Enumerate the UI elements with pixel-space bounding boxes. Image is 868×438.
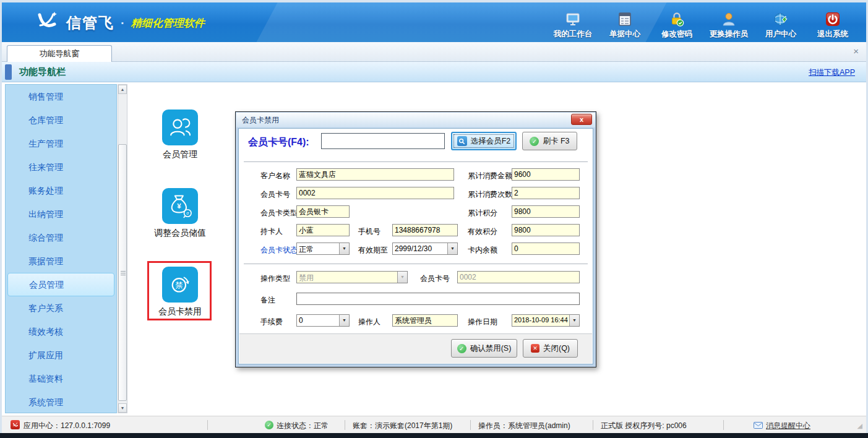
scrollbar-thumb[interactable] [118, 144, 127, 401]
holder-field[interactable] [296, 224, 350, 236]
confirm-disable-label: 确认禁用(S) [470, 343, 512, 354]
dialog-body: 会员卡号(F4): 选择会员F2 ✓ 刷卡 F3 客户名称 累计消费金额 会员卡… [238, 128, 593, 364]
customer-name-field[interactable] [296, 168, 454, 181]
shortcut-label: 调整会员储值 [150, 228, 210, 239]
lock-icon [669, 11, 685, 27]
sidebar-item-warehouse[interactable]: 仓库管理 [6, 108, 116, 132]
phone-field[interactable] [392, 224, 458, 236]
scroll-up-icon[interactable]: ▲ [118, 85, 127, 94]
sidebar-item-contacts[interactable]: 往来管理 [6, 155, 116, 179]
op-card-no-label: 会员卡号 [420, 273, 450, 284]
divider [244, 264, 588, 264]
connection-status-icon: ✓ [265, 421, 273, 429]
sidebar-item-members[interactable]: 会员管理 [7, 273, 114, 296]
valid-until-label: 有效期至 [358, 245, 388, 256]
top-toolbar: 我的工作台 单据中心 修改密码 [553, 11, 853, 40]
resize-grip-icon[interactable]: ◢ [857, 422, 862, 430]
card-status-value: 正常 [297, 243, 339, 254]
sidebar-item-bills[interactable]: 票据管理 [6, 249, 116, 273]
swipe-card-button[interactable]: ✓ 刷卡 F3 [522, 132, 577, 150]
monitor-icon [565, 11, 581, 27]
spend-count-label: 累计消费次数 [468, 189, 512, 200]
scroll-down-icon[interactable]: ▼ [118, 403, 127, 413]
dialog-footer: ✓ 确认禁用(S) ✕ 关闭(Q) [239, 333, 592, 363]
holder-label: 持卡人 [260, 226, 283, 237]
card-no-field[interactable] [296, 187, 454, 199]
toolbar-label: 用户中心 [765, 29, 796, 40]
dialog-titlebar[interactable]: 会员卡禁用 [236, 113, 595, 127]
balance-field[interactable] [512, 243, 580, 255]
dialog-close-icon[interactable]: x [571, 114, 592, 125]
valid-until-value: 2999/12/30 [393, 243, 447, 254]
toolbar-item-exit[interactable]: 退出系统 [813, 11, 853, 40]
toolbar-label: 我的工作台 [554, 29, 593, 40]
remark-input[interactable] [296, 293, 580, 305]
sidebar-item-base-data[interactable]: 基础资料 [6, 367, 116, 390]
close-icon[interactable]: × [853, 46, 859, 56]
members-icon [162, 110, 198, 145]
operation-type-combo[interactable]: 禁用 ▼ [296, 271, 408, 283]
status-app-center: 应用中心：127.0.0.1:7099 [24, 421, 110, 431]
operation-type-label: 操作类型 [260, 273, 290, 284]
sidebar-item-crm[interactable]: 客户关系 [6, 296, 116, 320]
divider [593, 420, 593, 430]
sidebar-item-performance[interactable]: 绩效考核 [6, 320, 116, 343]
chevron-down-icon[interactable]: ▼ [569, 315, 579, 326]
sidebar-scrollbar[interactable]: ▲ ▼ [118, 84, 127, 413]
tab-function-navigation[interactable]: 功能导航窗 [7, 45, 112, 62]
shortcut-label: 会员卡禁用 [150, 306, 210, 317]
fee-combo[interactable]: 0 ▼ [296, 314, 350, 327]
valid-points-field[interactable] [512, 224, 580, 236]
card-number-query-label: 会员卡号(F4): [248, 136, 309, 149]
card-type-field[interactable] [296, 205, 350, 218]
chevron-down-icon[interactable]: ▼ [339, 243, 349, 254]
shortcut-member-management[interactable]: 会员管理 [150, 110, 210, 160]
confirm-disable-button[interactable]: ✓ 确认禁用(S) [451, 339, 517, 358]
nav-header: 功能导航栏 扫描下载APP [2, 62, 866, 82]
card-number-query-input[interactable] [321, 133, 445, 149]
status-account: 账套：演示账套(2017年第1期) [353, 421, 452, 431]
bottom-edge-bar [0, 433, 868, 438]
balance-label: 卡内余额 [468, 245, 497, 256]
divider [723, 420, 724, 430]
sidebar-item-accounting[interactable]: 账务处理 [6, 179, 116, 202]
tab-strip: 功能导航窗 × [2, 42, 866, 62]
user-icon [721, 11, 737, 27]
total-points-field[interactable] [512, 205, 580, 218]
close-dialog-button[interactable]: ✕ 关闭(Q) [523, 339, 578, 358]
toolbar-item-change-password[interactable]: 修改密码 [657, 11, 697, 40]
card-no-label: 会员卡号 [260, 189, 290, 200]
top-banner: 信管飞 · 精细化管理软件 我的工作台 单据中心 [2, 2, 866, 42]
shortcut-disable-member-card[interactable]: 禁 会员卡禁用 [150, 267, 210, 317]
shortcut-adjust-stored-value[interactable]: ¥ σ 调整会员储值 [150, 188, 210, 239]
toolbar-item-documents[interactable]: 单据中心 [605, 11, 645, 40]
valid-until-combo[interactable]: 2999/12/30 ▼ [392, 243, 458, 255]
op-date-combo[interactable]: 2018-10-09 16:44 ▼ [512, 314, 580, 327]
brand-dot: · [121, 16, 125, 30]
chevron-down-icon[interactable]: ▼ [447, 243, 457, 254]
chevron-down-icon[interactable]: ▼ [339, 315, 349, 326]
toolbar-label: 退出系统 [817, 29, 848, 40]
sidebar-item-production[interactable]: 生产管理 [6, 132, 116, 155]
sidebar-item-cashier[interactable]: 出纳管理 [6, 202, 116, 226]
toolbar-item-user-center[interactable]: 用户中心 [761, 11, 801, 40]
toolbar-item-switch-operator[interactable]: 更换操作员 [709, 11, 749, 40]
sidebar-item-extensions[interactable]: 扩展应用 [6, 343, 116, 367]
download-app-link[interactable]: 扫描下载APP [809, 67, 855, 78]
message-center-link[interactable]: 消息提醒中心 [754, 421, 810, 431]
total-spend-field[interactable] [512, 168, 580, 181]
card-type-label: 会员卡类型 [260, 208, 298, 218]
nav-title: 功能导航栏 [19, 66, 66, 78]
brand-tagline: 精细化管理软件 [131, 16, 205, 30]
sidebar-item-general[interactable]: 综合管理 [6, 226, 116, 249]
sidebar-item-system[interactable]: 系统管理 [6, 390, 116, 414]
card-status-combo[interactable]: 正常 ▼ [296, 243, 350, 255]
operator-field[interactable] [392, 314, 458, 327]
spend-count-field[interactable] [512, 187, 580, 199]
op-card-no-field[interactable] [457, 271, 580, 283]
dialog-title: 会员卡禁用 [242, 115, 279, 126]
sidebar-item-sales[interactable]: 销售管理 [6, 85, 116, 108]
toolbar-item-workbench[interactable]: 我的工作台 [553, 11, 593, 40]
select-member-button[interactable]: 选择会员F2 [451, 132, 517, 150]
svg-text:σ: σ [186, 211, 189, 215]
